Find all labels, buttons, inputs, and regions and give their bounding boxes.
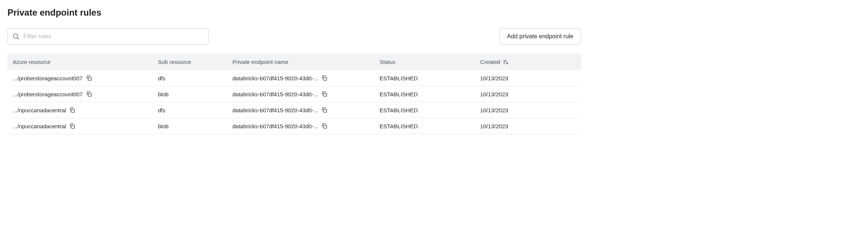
table-row: .../proberstorageaccount007 blob databri… xyxy=(7,86,581,102)
azure-resource-cell: .../proberstorageaccount007 xyxy=(13,91,83,97)
col-header-azure-resource[interactable]: Azure resource xyxy=(13,59,158,65)
azure-resource-cell: .../npuccanadacentral xyxy=(13,123,66,129)
search-icon xyxy=(12,33,20,40)
sub-resource-cell: blob xyxy=(158,91,168,97)
table-row: .../npuccanadacentral dfs databricks-b07… xyxy=(7,102,581,118)
copy-icon[interactable] xyxy=(321,75,328,81)
table-body: .../proberstorageaccount007 dfs databric… xyxy=(7,70,581,134)
status-cell: ESTABLISHED xyxy=(380,75,418,81)
pe-name-cell: databricks-b07df415-9020-43d0-... xyxy=(232,123,318,129)
col-header-pe-name[interactable]: Private endpoint name xyxy=(232,59,380,65)
col-header-label: Sub resource xyxy=(158,59,191,65)
status-cell: ESTABLISHED xyxy=(380,107,418,113)
table-row: .../proberstorageaccount007 dfs databric… xyxy=(7,70,581,86)
svg-rect-6 xyxy=(324,77,327,80)
azure-resource-cell: .../npuccanadacentral xyxy=(13,107,66,113)
rules-table: Azure resource Sub resource Private endp… xyxy=(7,54,581,134)
pe-name-cell: databricks-b07df415-9020-43d0-... xyxy=(232,75,318,81)
azure-resource-cell: .../proberstorageaccount007 xyxy=(13,75,83,81)
col-header-status[interactable]: Status xyxy=(380,59,480,65)
status-cell: ESTABLISHED xyxy=(380,91,418,97)
copy-icon[interactable] xyxy=(69,107,76,113)
svg-rect-10 xyxy=(324,109,327,112)
copy-icon[interactable] xyxy=(86,91,92,97)
svg-rect-5 xyxy=(88,77,91,80)
copy-icon[interactable] xyxy=(321,123,328,129)
add-private-endpoint-rule-button[interactable]: Add private endpoint rule xyxy=(499,28,581,45)
col-header-sub-resource[interactable]: Sub resource xyxy=(158,59,232,65)
col-header-created[interactable]: Created xyxy=(480,59,576,65)
page-title: Private endpoint rules xyxy=(7,7,581,18)
sort-desc-icon xyxy=(503,59,509,65)
table-row: .../npuccanadacentral blob databricks-b0… xyxy=(7,118,581,134)
svg-rect-12 xyxy=(324,125,327,128)
copy-icon[interactable] xyxy=(321,107,328,113)
created-cell: 10/13/2023 xyxy=(480,123,508,129)
copy-icon[interactable] xyxy=(321,91,328,97)
toolbar: Add private endpoint rule xyxy=(7,28,581,45)
col-header-label: Private endpoint name xyxy=(232,59,288,65)
pe-name-cell: databricks-b07df415-9020-43d0-... xyxy=(232,91,318,97)
status-cell: ESTABLISHED xyxy=(380,123,418,129)
sub-resource-cell: dfs xyxy=(158,107,165,113)
copy-icon[interactable] xyxy=(69,123,76,129)
copy-icon[interactable] xyxy=(86,75,92,81)
created-cell: 10/13/2023 xyxy=(480,107,508,113)
svg-line-1 xyxy=(18,38,19,39)
col-header-label: Status xyxy=(380,59,396,65)
pe-name-cell: databricks-b07df415-9020-43d0-... xyxy=(232,107,318,113)
col-header-label: Azure resource xyxy=(13,59,51,65)
filter-input[interactable] xyxy=(23,33,204,40)
sub-resource-cell: dfs xyxy=(158,75,165,81)
sub-resource-cell: blob xyxy=(158,123,168,129)
created-cell: 10/13/2023 xyxy=(480,91,508,97)
svg-rect-8 xyxy=(324,93,327,96)
created-cell: 10/13/2023 xyxy=(480,75,508,81)
svg-rect-7 xyxy=(88,93,91,96)
svg-rect-11 xyxy=(72,125,75,128)
table-header: Azure resource Sub resource Private endp… xyxy=(7,54,581,70)
svg-rect-9 xyxy=(72,109,75,112)
col-header-label: Created xyxy=(480,59,500,65)
filter-wrap[interactable] xyxy=(7,28,209,45)
